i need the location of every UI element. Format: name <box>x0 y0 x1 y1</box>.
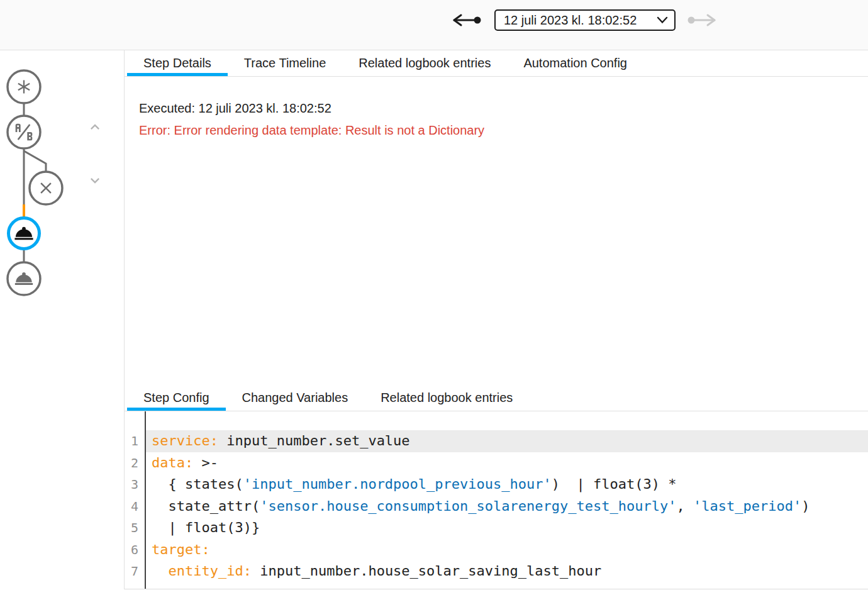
error-message: Error: Error rendering data template: Re… <box>139 120 855 142</box>
line-number: 3 <box>125 474 138 496</box>
trace-main-pane: Step Details Trace Timeline Related logb… <box>125 50 868 589</box>
code-line[interactable]: 3 { states('input_number.nordpool_previo… <box>125 474 868 496</box>
code-line-text: data: >- <box>146 452 868 474</box>
line-number: 4 <box>125 496 138 518</box>
line-number: 2 <box>125 452 138 474</box>
code-line[interactable]: 5 | float(3)} <box>125 517 868 539</box>
code-line-text: target: <box>146 539 868 561</box>
code-line[interactable]: 1service: input_number.set_value <box>125 430 868 452</box>
chevron-down-icon <box>86 172 104 189</box>
previous-run-button[interactable] <box>449 12 483 28</box>
trace-node-service-2[interactable] <box>8 262 40 295</box>
ray-end-arrow-left-icon <box>449 12 483 28</box>
gutter-divider <box>145 411 146 589</box>
trace-node-service-selected[interactable] <box>9 218 40 249</box>
next-run-button[interactable] <box>686 12 720 28</box>
executed-timestamp: Executed: 12 juli 2023 kl. 18:02:52 <box>139 97 855 120</box>
code-line-text: { states('input_number.nordpool_previous… <box>146 474 868 496</box>
chevron-up-icon <box>86 118 104 136</box>
trace-graph-panel <box>0 50 125 589</box>
tab-step-details[interactable]: Step Details <box>127 50 228 76</box>
code-line[interactable]: 2data: >- <box>125 452 868 474</box>
line-number: 5 <box>125 517 138 539</box>
code-lines: 1service: input_number.set_value2data: >… <box>125 411 868 582</box>
detail-tabs: Step Details Trace Timeline Related logb… <box>125 50 868 77</box>
code-line-text: entity_id: input_number.house_solar_savi… <box>146 560 868 582</box>
trace-node-choose[interactable] <box>8 116 40 148</box>
yaml-editor[interactable]: 1service: input_number.set_value2data: >… <box>125 411 868 589</box>
code-line[interactable]: 4 state_attr('sensor.house_consumption_s… <box>125 496 868 518</box>
move-up-button[interactable] <box>86 118 104 136</box>
code-line-text: | float(3)} <box>146 517 868 539</box>
trace-toolbar: 12 juli 2023 kl. 18:02:52 <box>0 0 868 50</box>
config-tabs: Step Config Changed Variables Related lo… <box>125 385 868 411</box>
tab-related-logbook-entries-bottom[interactable]: Related logbook entries <box>364 385 529 411</box>
tab-trace-timeline[interactable]: Trace Timeline <box>228 50 342 76</box>
ray-start-arrow-right-icon <box>686 12 720 28</box>
line-number: 1 <box>125 430 138 452</box>
branch-connector <box>24 151 46 172</box>
code-line[interactable]: 6target: <box>125 539 868 561</box>
run-select[interactable]: 12 juli 2023 kl. 18:02:52 <box>494 9 676 31</box>
tab-step-config[interactable]: Step Config <box>127 385 226 411</box>
tab-related-logbook-entries[interactable]: Related logbook entries <box>342 50 507 76</box>
step-details-pane: Executed: 12 juli 2023 kl. 18:02:52 Erro… <box>125 77 868 385</box>
run-select-value: 12 juli 2023 kl. 18:02:52 <box>504 13 637 28</box>
code-line[interactable]: 7 entity_id: input_number.house_solar_sa… <box>125 560 868 582</box>
code-line-text: state_attr('sensor.house_consumption_sol… <box>146 496 868 518</box>
code-line-text: service: input_number.set_value <box>146 430 868 452</box>
trace-graph <box>0 50 82 314</box>
trace-node-trigger[interactable] <box>8 70 40 103</box>
line-number: 7 <box>125 560 138 582</box>
tab-changed-variables[interactable]: Changed Variables <box>226 385 365 411</box>
chevron-down-icon <box>657 16 668 24</box>
move-down-button[interactable] <box>86 172 104 189</box>
line-number: 6 <box>125 539 138 561</box>
trace-node-stopped[interactable] <box>30 172 62 204</box>
tab-automation-config[interactable]: Automation Config <box>507 50 643 76</box>
